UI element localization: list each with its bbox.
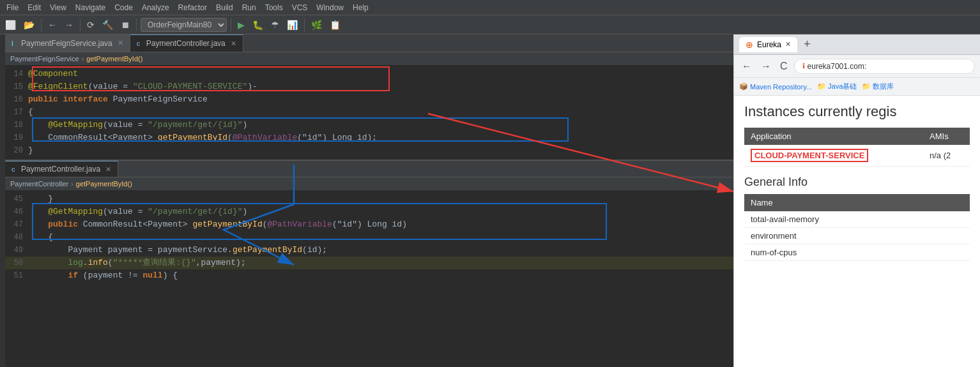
tab-bar-top: I PaymentFeignService.java ✕ c PaymentCo…: [5, 34, 733, 52]
breadcrumb-class-1[interactable]: PaymentFeignService: [10, 55, 79, 63]
bookmark-maven[interactable]: 📦 Maven Repository...: [739, 82, 812, 91]
toolbar-divider-4: [231, 19, 231, 31]
info-table: Name total-avail-memory environment num-…: [744, 194, 970, 261]
line-content-14: @Component: [28, 68, 733, 80]
browser-forward-button[interactable]: →: [758, 58, 774, 75]
toolbar-stop-icon[interactable]: ⏹: [118, 19, 132, 31]
class-icon: c: [137, 40, 143, 47]
line-num-15: 15: [5, 80, 28, 93]
menu-edit[interactable]: Edit: [24, 2, 45, 13]
toolbar-new[interactable]: ⬜: [3, 19, 19, 31]
browser-tab[interactable]: ⊕ Eureka ✕: [739, 37, 797, 52]
breadcrumb-2: PaymentController › getPaymentById(): [5, 177, 733, 190]
line-content-51: if (payment != null) {: [28, 269, 733, 282]
tab-label-controller: PaymentController.java: [146, 39, 226, 48]
line-num-46: 46: [5, 206, 28, 218]
toolbar-divider-1: [41, 19, 42, 31]
toolbar-divider-2: [80, 19, 80, 31]
toolbar-sync[interactable]: ⟳: [84, 19, 97, 31]
browser-panel: ⊕ Eureka ✕ + ← → C ℹ eureka7001.com: 📦 M…: [733, 34, 980, 367]
tab-close-feign[interactable]: ✕: [118, 39, 123, 47]
breadcrumb-method-1[interactable]: getPaymentById(): [86, 55, 142, 63]
code-line-17: 17 {: [5, 106, 733, 119]
info-col-name: Name: [744, 194, 970, 211]
line-num-50: 50: [5, 257, 28, 269]
code-line-19: 19 CommonResult<Payment> getPaymentById(…: [5, 131, 733, 144]
code-line-51: 51 if (payment != null) {: [5, 269, 733, 282]
bookmark-java[interactable]: 📁 Java基础: [817, 82, 857, 91]
breadcrumb-sep-2: ›: [71, 180, 73, 188]
code-line-16: 16 public interface PaymentFeignService: [5, 93, 733, 106]
menu-build[interactable]: Build: [212, 2, 237, 13]
code-line-15: 15 @FeignClient(value = "CLOUD-PAYMENT-S…: [5, 80, 733, 93]
browser-favicon: ⊕: [746, 40, 753, 50]
info-row-env: environment: [744, 228, 970, 244]
address-bar[interactable]: ℹ eureka7001.com:: [794, 59, 975, 74]
debug-button[interactable]: 🐛: [250, 19, 266, 31]
browser-tab-close[interactable]: ✕: [785, 40, 791, 49]
browser-refresh-button[interactable]: C: [777, 58, 790, 75]
new-tab-button[interactable]: +: [804, 38, 811, 51]
line-num-16: 16: [5, 93, 28, 106]
bookmark-db[interactable]: 📁 数据库: [862, 82, 894, 91]
coverage-button[interactable]: ☂: [268, 19, 282, 31]
code-line-18: 18 @GetMapping(value = "/payment/get/{id…: [5, 119, 733, 131]
browser-tab-title: Eureka: [757, 40, 781, 49]
toolbar-open[interactable]: 📂: [21, 19, 37, 31]
toolbar-divider-3: [136, 19, 137, 31]
toolbar: ⬜ 📂 ← → ⟳ 🔨 ⏹ OrderFeignMain80 ▶ 🐛 ☂ 📊 🌿…: [0, 15, 980, 34]
menu-window[interactable]: Window: [312, 2, 348, 13]
code-line-49: 49 Payment payment = paymentService.getP…: [5, 244, 733, 257]
menu-refactor[interactable]: Refactor: [174, 2, 211, 13]
menu-vcs[interactable]: VCS: [288, 2, 312, 13]
git-button[interactable]: 🌿: [309, 19, 325, 31]
toolbar-divider-5: [304, 19, 305, 31]
browser-back-button[interactable]: ←: [739, 58, 754, 75]
line-num-19: 19: [5, 131, 28, 144]
browser-content: Instances currently regis Application AM…: [734, 96, 980, 367]
tab-payment-feign-service[interactable]: I PaymentFeignService.java ✕: [5, 34, 130, 52]
menu-code[interactable]: Code: [111, 2, 137, 13]
toolbar-back[interactable]: ←: [45, 19, 59, 31]
toolbar-build-icon[interactable]: 🔨: [100, 19, 116, 31]
menu-view[interactable]: View: [46, 2, 70, 13]
info-cpus: num-of-cpus: [744, 244, 970, 261]
profile-button[interactable]: 📊: [284, 19, 300, 31]
code-line-45: 45 }: [5, 193, 733, 206]
menu-analyze[interactable]: Analyze: [138, 2, 173, 13]
service-name: CLOUD-PAYMENT-SERVICE: [751, 149, 868, 162]
tab-close-controller[interactable]: ✕: [231, 40, 236, 48]
breadcrumb-method-2[interactable]: getPaymentById(): [76, 180, 132, 188]
tab-payment-controller[interactable]: c PaymentController.java ✕: [130, 34, 243, 52]
line-content-20: }: [28, 144, 733, 157]
annotation-component: @Component: [28, 69, 78, 79]
run-button[interactable]: ▶: [235, 19, 247, 31]
tab-close-controller-2[interactable]: ✕: [105, 165, 111, 174]
toolbar-forward[interactable]: →: [62, 19, 76, 31]
main-area: I PaymentFeignService.java ✕ c PaymentCo…: [0, 34, 980, 367]
line-content-46: @GetMapping(value = "/payment/get/{id}"): [28, 206, 733, 218]
menu-file[interactable]: File: [3, 2, 22, 13]
instances-title: Instances currently regis: [744, 103, 970, 120]
info-memory: total-avail-memory: [744, 211, 970, 228]
line-num-17: 17: [5, 106, 28, 119]
breadcrumb-class-2[interactable]: PaymentController: [10, 180, 68, 188]
bookmark-maven-label: Maven Repository...: [750, 83, 812, 91]
tab-controller-bottom[interactable]: c PaymentController.java ✕: [5, 161, 118, 177]
menu-navigate[interactable]: Navigate: [72, 2, 109, 13]
line-num-48: 48: [5, 231, 28, 244]
annotation-feignclient: @FeignClient: [28, 82, 88, 91]
info-row-cpus: num-of-cpus: [744, 244, 970, 261]
commit-button[interactable]: 📋: [327, 19, 343, 31]
menu-run[interactable]: Run: [238, 2, 260, 13]
code-section-1: 14 @Component 15 @FeignClient(value = "C…: [5, 65, 733, 160]
browser-nav-bar: ← → C ℹ eureka7001.com:: [734, 55, 980, 78]
line-num-45: 45: [5, 193, 28, 206]
menu-help[interactable]: Help: [349, 2, 372, 13]
menu-tools[interactable]: Tools: [261, 2, 287, 13]
run-config-dropdown[interactable]: OrderFeignMain80: [141, 18, 227, 32]
line-num-49: 49: [5, 244, 28, 257]
tab-label-controller-2: PaymentController.java: [21, 165, 100, 174]
line-num-20: 20: [5, 144, 28, 157]
java-icon: 📁: [817, 82, 826, 91]
